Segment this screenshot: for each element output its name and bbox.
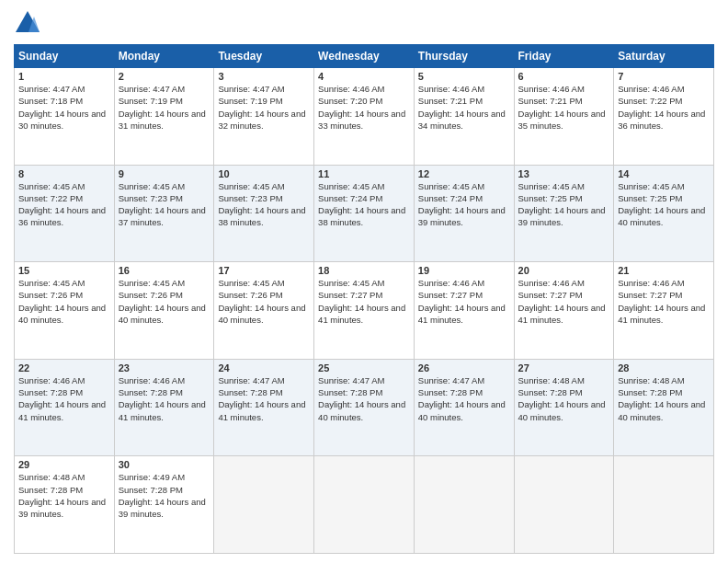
day-info: Sunrise: 4:47 AMSunset: 7:28 PMDaylight:… xyxy=(218,374,310,423)
day-number: 23 xyxy=(119,362,210,373)
day-info: Sunrise: 4:45 AMSunset: 7:24 PMDaylight:… xyxy=(418,180,510,229)
calendar-day-cell: 10Sunrise: 4:45 AMSunset: 7:23 PMDayligh… xyxy=(214,165,314,262)
calendar-day-cell xyxy=(414,456,514,554)
calendar-day-cell: 19Sunrise: 4:46 AMSunset: 7:27 PMDayligh… xyxy=(414,262,514,360)
day-number: 11 xyxy=(318,168,410,179)
day-number: 25 xyxy=(318,362,410,373)
day-number: 2 xyxy=(119,71,210,82)
calendar-day-header: Friday xyxy=(514,45,614,68)
day-number: 22 xyxy=(18,362,110,373)
calendar-day-cell: 21Sunrise: 4:46 AMSunset: 7:27 PMDayligh… xyxy=(614,262,714,360)
calendar-day-cell: 12Sunrise: 4:45 AMSunset: 7:24 PMDayligh… xyxy=(414,165,514,262)
calendar-day-cell: 2Sunrise: 4:47 AMSunset: 7:19 PMDaylight… xyxy=(114,68,214,166)
day-number: 20 xyxy=(518,265,610,276)
day-number: 16 xyxy=(119,265,210,276)
day-info: Sunrise: 4:46 AMSunset: 7:21 PMDaylight:… xyxy=(518,83,610,132)
day-info: Sunrise: 4:45 AMSunset: 7:27 PMDaylight:… xyxy=(318,277,410,326)
calendar-week-row: 1Sunrise: 4:47 AMSunset: 7:18 PMDaylight… xyxy=(15,68,714,166)
day-number: 12 xyxy=(418,168,510,179)
day-info: Sunrise: 4:45 AMSunset: 7:22 PMDaylight:… xyxy=(18,180,110,229)
calendar-day-cell: 5Sunrise: 4:46 AMSunset: 7:21 PMDaylight… xyxy=(414,68,514,166)
calendar-day-header: Saturday xyxy=(614,45,714,68)
calendar-day-cell: 30Sunrise: 4:49 AMSunset: 7:28 PMDayligh… xyxy=(114,456,214,554)
day-info: Sunrise: 4:46 AMSunset: 7:22 PMDaylight:… xyxy=(618,83,710,132)
calendar-header-row: SundayMondayTuesdayWednesdayThursdayFrid… xyxy=(15,45,714,68)
day-info: Sunrise: 4:45 AMSunset: 7:23 PMDaylight:… xyxy=(119,180,210,229)
day-number: 29 xyxy=(18,459,110,470)
day-info: Sunrise: 4:46 AMSunset: 7:28 PMDaylight:… xyxy=(18,374,110,423)
day-info: Sunrise: 4:46 AMSunset: 7:21 PMDaylight:… xyxy=(418,83,510,132)
day-number: 7 xyxy=(618,71,710,82)
day-number: 13 xyxy=(518,168,610,179)
calendar-day-cell: 14Sunrise: 4:45 AMSunset: 7:25 PMDayligh… xyxy=(614,165,714,262)
calendar-day-cell: 27Sunrise: 4:48 AMSunset: 7:28 PMDayligh… xyxy=(514,359,614,456)
day-info: Sunrise: 4:46 AMSunset: 7:27 PMDaylight:… xyxy=(618,277,710,326)
calendar-week-row: 22Sunrise: 4:46 AMSunset: 7:28 PMDayligh… xyxy=(15,359,714,456)
day-info: Sunrise: 4:48 AMSunset: 7:28 PMDaylight:… xyxy=(518,374,610,423)
day-number: 27 xyxy=(518,362,610,373)
day-info: Sunrise: 4:45 AMSunset: 7:24 PMDaylight:… xyxy=(318,180,410,229)
day-number: 6 xyxy=(518,71,610,82)
day-number: 14 xyxy=(618,168,710,179)
day-number: 10 xyxy=(218,168,310,179)
calendar-day-cell: 26Sunrise: 4:47 AMSunset: 7:28 PMDayligh… xyxy=(414,359,514,456)
day-number: 26 xyxy=(418,362,510,373)
day-info: Sunrise: 4:46 AMSunset: 7:27 PMDaylight:… xyxy=(418,277,510,326)
logo-icon xyxy=(14,9,41,37)
calendar-week-row: 29Sunrise: 4:48 AMSunset: 7:28 PMDayligh… xyxy=(15,456,714,554)
day-number: 3 xyxy=(218,71,310,82)
calendar-day-cell: 23Sunrise: 4:46 AMSunset: 7:28 PMDayligh… xyxy=(114,359,214,456)
calendar-day-cell: 9Sunrise: 4:45 AMSunset: 7:23 PMDaylight… xyxy=(114,165,214,262)
day-number: 9 xyxy=(119,168,210,179)
day-info: Sunrise: 4:46 AMSunset: 7:27 PMDaylight:… xyxy=(518,277,610,326)
calendar-day-cell: 13Sunrise: 4:45 AMSunset: 7:25 PMDayligh… xyxy=(514,165,614,262)
calendar-week-row: 8Sunrise: 4:45 AMSunset: 7:22 PMDaylight… xyxy=(15,165,714,262)
day-info: Sunrise: 4:45 AMSunset: 7:26 PMDaylight:… xyxy=(218,277,310,326)
calendar-day-cell: 29Sunrise: 4:48 AMSunset: 7:28 PMDayligh… xyxy=(15,456,115,554)
day-info: Sunrise: 4:45 AMSunset: 7:25 PMDaylight:… xyxy=(518,180,610,229)
calendar-day-cell: 8Sunrise: 4:45 AMSunset: 7:22 PMDaylight… xyxy=(15,165,115,262)
calendar-day-cell xyxy=(314,456,415,554)
calendar-day-header: Wednesday xyxy=(314,45,415,68)
calendar-day-cell: 25Sunrise: 4:47 AMSunset: 7:28 PMDayligh… xyxy=(314,359,415,456)
day-number: 17 xyxy=(218,265,310,276)
calendar-day-cell: 18Sunrise: 4:45 AMSunset: 7:27 PMDayligh… xyxy=(314,262,415,360)
day-info: Sunrise: 4:48 AMSunset: 7:28 PMDaylight:… xyxy=(18,471,110,520)
calendar-day-cell: 11Sunrise: 4:45 AMSunset: 7:24 PMDayligh… xyxy=(314,165,415,262)
day-info: Sunrise: 4:47 AMSunset: 7:28 PMDaylight:… xyxy=(318,374,410,423)
day-number: 28 xyxy=(618,362,710,373)
day-number: 19 xyxy=(418,265,510,276)
day-info: Sunrise: 4:45 AMSunset: 7:23 PMDaylight:… xyxy=(218,180,310,229)
calendar-day-cell xyxy=(214,456,314,554)
header xyxy=(14,9,714,37)
day-number: 30 xyxy=(119,459,210,470)
day-info: Sunrise: 4:45 AMSunset: 7:25 PMDaylight:… xyxy=(618,180,710,229)
day-number: 4 xyxy=(318,71,410,82)
calendar-day-cell: 17Sunrise: 4:45 AMSunset: 7:26 PMDayligh… xyxy=(214,262,314,360)
calendar-day-cell: 1Sunrise: 4:47 AMSunset: 7:18 PMDaylight… xyxy=(15,68,115,166)
calendar-day-cell: 20Sunrise: 4:46 AMSunset: 7:27 PMDayligh… xyxy=(514,262,614,360)
calendar-day-cell: 28Sunrise: 4:48 AMSunset: 7:28 PMDayligh… xyxy=(614,359,714,456)
calendar-day-cell xyxy=(514,456,614,554)
day-info: Sunrise: 4:47 AMSunset: 7:19 PMDaylight:… xyxy=(218,83,310,132)
calendar-day-cell: 24Sunrise: 4:47 AMSunset: 7:28 PMDayligh… xyxy=(214,359,314,456)
day-number: 21 xyxy=(618,265,710,276)
day-number: 24 xyxy=(218,362,310,373)
calendar-day-cell xyxy=(614,456,714,554)
day-number: 15 xyxy=(18,265,110,276)
day-info: Sunrise: 4:45 AMSunset: 7:26 PMDaylight:… xyxy=(18,277,110,326)
calendar-day-cell: 22Sunrise: 4:46 AMSunset: 7:28 PMDayligh… xyxy=(15,359,115,456)
day-number: 5 xyxy=(418,71,510,82)
calendar-day-header: Sunday xyxy=(15,45,115,68)
day-number: 1 xyxy=(18,71,110,82)
calendar-table: SundayMondayTuesdayWednesdayThursdayFrid… xyxy=(14,44,714,554)
day-info: Sunrise: 4:47 AMSunset: 7:19 PMDaylight:… xyxy=(119,83,210,132)
calendar-week-row: 15Sunrise: 4:45 AMSunset: 7:26 PMDayligh… xyxy=(15,262,714,360)
page: SundayMondayTuesdayWednesdayThursdayFrid… xyxy=(0,0,728,563)
day-info: Sunrise: 4:47 AMSunset: 7:18 PMDaylight:… xyxy=(18,83,110,132)
calendar-day-cell: 15Sunrise: 4:45 AMSunset: 7:26 PMDayligh… xyxy=(15,262,115,360)
calendar-day-header: Thursday xyxy=(414,45,514,68)
day-info: Sunrise: 4:45 AMSunset: 7:26 PMDaylight:… xyxy=(119,277,210,326)
calendar-day-cell: 6Sunrise: 4:46 AMSunset: 7:21 PMDaylight… xyxy=(514,68,614,166)
day-info: Sunrise: 4:47 AMSunset: 7:28 PMDaylight:… xyxy=(418,374,510,423)
